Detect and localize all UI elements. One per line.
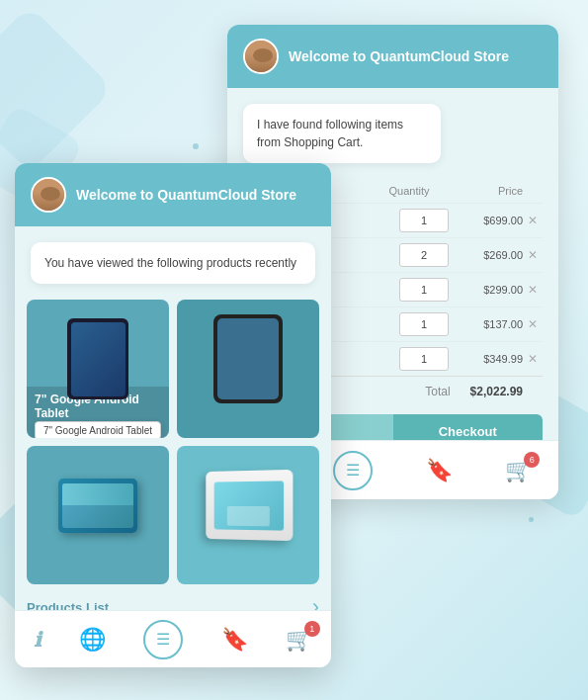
bookmark-icon-front: 🔖 — [221, 627, 248, 652]
globe-icon-front: 🌐 — [79, 627, 106, 652]
avatar-front — [31, 177, 66, 213]
product-card-2[interactable] — [177, 300, 319, 438]
back-panel-header: Welcome to QuantumCloud Store — [227, 25, 558, 88]
product-grid: 7" Google Android Tablet $500.00 $300.00… — [15, 300, 331, 584]
remove-item-button[interactable]: ✕ — [523, 317, 543, 331]
product-card-1[interactable]: 7" Google Android Tablet $500.00 $300.00… — [27, 300, 169, 438]
cart-item-price: $699.00 — [463, 215, 523, 226]
product-card-3[interactable] — [27, 446, 169, 584]
info-icon: ℹ — [34, 629, 42, 651]
cart-item-price: $349.99 — [463, 353, 523, 365]
nav-bookmark[interactable]: 🔖 — [426, 458, 453, 483]
cart-badge-front: 1 — [304, 621, 320, 637]
chat-bubble-back: I have found following items from Shoppi… — [243, 104, 441, 163]
dark-tablet-image — [213, 314, 283, 403]
remove-item-button[interactable]: ✕ — [523, 248, 543, 262]
remove-item-button[interactable]: ✕ — [523, 214, 543, 227]
chat-message-back: I have found following items from Shoppi… — [257, 118, 403, 149]
nav-menu-circle[interactable]: ☰ — [333, 451, 373, 490]
product-card-1-img — [27, 309, 169, 408]
bg-dot-2 — [193, 143, 199, 149]
front-panel-header: Welcome to QuantumCloud Store — [15, 163, 331, 226]
front-panel-title: Welcome to QuantumCloud Store — [76, 187, 296, 203]
product-card-3-img — [27, 456, 169, 555]
menu-icon: ☰ — [346, 461, 360, 480]
total-label: Total — [425, 385, 450, 398]
front-bottom-nav: ℹ 🌐 ☰ 🔖 🛒 1 — [15, 610, 331, 667]
product-card-4[interactable] — [177, 446, 319, 584]
product-tooltip-1: 7" Google Android Tablet — [35, 421, 161, 438]
qty-input[interactable] — [399, 312, 449, 336]
bg-dot-3 — [529, 517, 534, 522]
back-panel-title: Welcome to QuantumCloud Store — [289, 48, 509, 64]
avatar-face-front — [33, 179, 64, 211]
chat-message-front: You have viewed the following products r… — [44, 256, 296, 270]
nav-menu-front-circle[interactable]: ☰ — [143, 620, 183, 659]
cart-item-price: $299.00 — [463, 284, 523, 296]
cart-badge: 6 — [524, 452, 540, 468]
google-tablet-image — [67, 318, 128, 399]
col-header-x — [523, 185, 543, 197]
product-card-2-img — [177, 309, 319, 408]
cart-item-price: $137.00 — [463, 318, 523, 330]
bookmark-icon: 🔖 — [426, 458, 453, 482]
nav-cart-front[interactable]: 🛒 1 — [286, 627, 312, 653]
remove-item-button[interactable]: ✕ — [523, 352, 543, 366]
cart-item-price: $269.00 — [463, 249, 523, 261]
tablet-screen — [71, 322, 126, 396]
menu-icon-front: ☰ — [156, 630, 170, 649]
front-panel: Welcome to QuantumCloud Store You have v… — [15, 163, 331, 667]
qty-input[interactable] — [399, 209, 449, 232]
col-header-qty: Quantity — [370, 185, 449, 197]
chat-bubble-front: You have viewed the following products r… — [31, 242, 315, 284]
qty-input[interactable] — [399, 347, 449, 371]
product-name-1b: Tablet — [35, 406, 161, 420]
nav-bookmark-front[interactable]: 🔖 — [221, 627, 248, 653]
total-value: $2,022.99 — [470, 385, 523, 398]
nav-globe-front[interactable]: 🌐 — [79, 627, 106, 653]
avatar-face — [245, 41, 277, 72]
dark-tablet-screen — [217, 318, 279, 399]
product-card-4-img — [177, 456, 319, 555]
nav-cart[interactable]: 🛒 6 — [505, 458, 532, 483]
remove-item-button[interactable]: ✕ — [523, 283, 543, 297]
col-header-price: Price — [449, 185, 523, 197]
qty-input[interactable] — [399, 278, 449, 302]
avatar — [243, 39, 279, 74]
nav-info[interactable]: ℹ — [34, 628, 42, 652]
qty-input[interactable] — [399, 243, 449, 267]
